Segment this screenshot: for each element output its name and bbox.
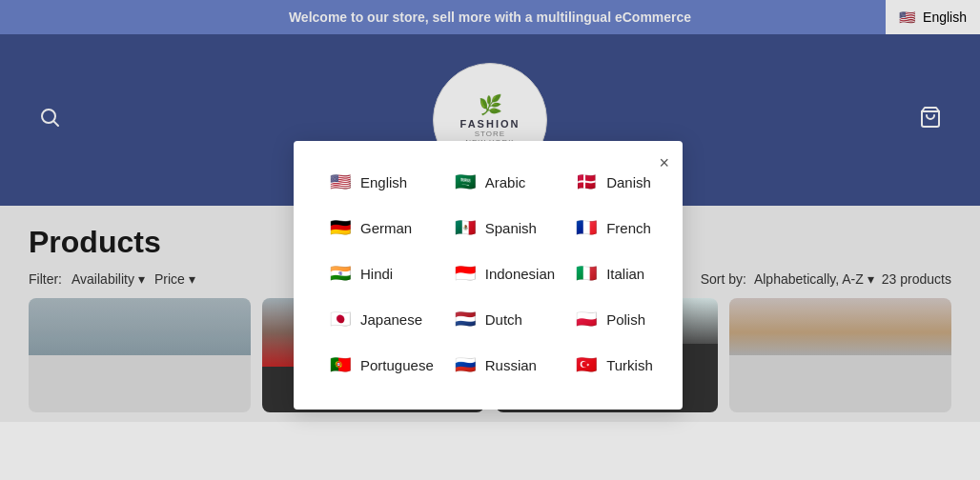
russian-flag-icon: 🇷🇺 xyxy=(453,352,478,377)
language-item-english[interactable]: 🇺🇸 English xyxy=(320,164,441,200)
language-item-hindi[interactable]: 🇮🇳 Hindi xyxy=(320,255,441,291)
turkish-flag-icon: 🇹🇷 xyxy=(574,352,599,377)
language-item-danish[interactable]: 🇩🇰 Danish xyxy=(566,164,661,200)
language-item-indonesian[interactable]: 🇮🇩 Indonesian xyxy=(445,255,562,291)
indonesian-flag-icon: 🇮🇩 xyxy=(453,261,478,286)
indonesian-label: Indonesian xyxy=(485,266,555,282)
language-item-french[interactable]: 🇫🇷 French xyxy=(566,210,661,246)
language-item-dutch[interactable]: 🇳🇱 Dutch xyxy=(445,301,562,337)
german-flag-icon: 🇩🇪 xyxy=(328,215,353,240)
polish-flag-icon: 🇵🇱 xyxy=(574,307,599,331)
italian-flag-icon: 🇮🇹 xyxy=(574,261,599,286)
portuguese-flag-icon: 🇵🇹 xyxy=(328,352,353,377)
danish-flag-icon: 🇩🇰 xyxy=(574,170,599,194)
hindi-label: Hindi xyxy=(360,266,393,282)
danish-label: Danish xyxy=(606,174,651,190)
language-grid: 🇺🇸 English 🇸🇦 Arabic 🇩🇰 Danish 🇩🇪 German… xyxy=(320,164,656,383)
language-item-japanese[interactable]: 🇯🇵 Japanese xyxy=(320,301,441,337)
arabic-flag-icon: 🇸🇦 xyxy=(453,170,478,194)
modal-overlay[interactable]: × 🇺🇸 English 🇸🇦 Arabic 🇩🇰 Danish 🇩🇪 Germ… xyxy=(0,0,980,480)
dutch-flag-icon: 🇳🇱 xyxy=(453,307,478,331)
language-item-spanish[interactable]: 🇲🇽 Spanish xyxy=(445,210,562,246)
polish-label: Polish xyxy=(606,311,645,328)
hindi-flag-icon: 🇮🇳 xyxy=(328,261,353,286)
language-modal: × 🇺🇸 English 🇸🇦 Arabic 🇩🇰 Danish 🇩🇪 Germ… xyxy=(294,141,683,410)
english-label: English xyxy=(360,174,407,190)
french-label: French xyxy=(606,220,651,236)
language-item-german[interactable]: 🇩🇪 German xyxy=(320,210,441,246)
arabic-label: Arabic xyxy=(485,174,526,190)
spanish-flag-icon: 🇲🇽 xyxy=(453,215,478,240)
german-label: German xyxy=(360,220,412,236)
language-item-arabic[interactable]: 🇸🇦 Arabic xyxy=(445,164,562,200)
japanese-flag-icon: 🇯🇵 xyxy=(328,307,353,331)
french-flag-icon: 🇫🇷 xyxy=(574,215,599,240)
language-item-italian[interactable]: 🇮🇹 Italian xyxy=(566,255,661,291)
portuguese-label: Portuguese xyxy=(360,357,434,373)
dutch-label: Dutch xyxy=(485,311,522,328)
language-item-turkish[interactable]: 🇹🇷 Turkish xyxy=(566,347,661,383)
language-item-russian[interactable]: 🇷🇺 Russian xyxy=(445,347,562,383)
language-item-polish[interactable]: 🇵🇱 Polish xyxy=(566,301,661,337)
japanese-label: Japanese xyxy=(360,311,422,328)
russian-label: Russian xyxy=(485,357,537,373)
italian-label: Italian xyxy=(606,266,644,282)
language-item-portuguese[interactable]: 🇵🇹 Portuguese xyxy=(320,347,441,383)
turkish-label: Turkish xyxy=(606,357,653,373)
modal-close-button[interactable]: × xyxy=(659,154,669,171)
spanish-label: Spanish xyxy=(485,220,537,236)
english-flag-icon: 🇺🇸 xyxy=(328,170,353,194)
